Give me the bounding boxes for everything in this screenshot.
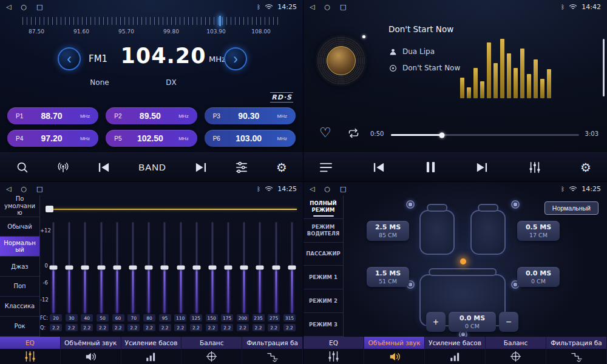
tab-bass-label[interactable]: Усиление басов <box>425 337 486 349</box>
eq-preset-item[interactable]: Поп <box>0 277 39 297</box>
progress-knob[interactable] <box>439 132 444 138</box>
settings-gear-icon[interactable]: ⚙ <box>580 161 591 174</box>
favorite-heart-icon[interactable]: ♡ <box>319 125 331 141</box>
eq-band-slider[interactable] <box>193 222 200 313</box>
tab-eq-label[interactable]: EQ <box>304 337 364 349</box>
tab-eq-label[interactable]: EQ <box>0 337 61 349</box>
delay-rear-right[interactable]: 0.0 MS 0 CM <box>517 267 560 287</box>
seat-front-right[interactable] <box>470 210 506 255</box>
tab-surround-label[interactable]: Объёмный звук <box>61 337 121 349</box>
tab-surround-sound[interactable]: Объёмный звук <box>364 337 425 364</box>
pause-icon[interactable] <box>426 161 436 173</box>
tab-filter[interactable]: Фильтрация ба <box>546 337 607 364</box>
preset-p5[interactable]: P5 102.50 MHz <box>106 130 197 147</box>
tab-bass-label[interactable]: Усиление басов <box>121 337 182 349</box>
settings-gear-icon[interactable]: ⚙ <box>276 161 287 174</box>
tab-surround-label[interactable]: Объёмный звук <box>364 337 425 349</box>
eq-band-slider[interactable] <box>209 222 216 313</box>
tune-down-button[interactable]: ‹ <box>58 47 81 70</box>
eq-band-slider[interactable] <box>66 222 73 313</box>
tab-balance[interactable]: Баланс <box>181 337 242 364</box>
back-icon[interactable]: ◁ <box>310 185 314 193</box>
tab-surround-sound[interactable]: Объёмный звук <box>61 337 121 364</box>
eq-preset-item[interactable]: Рок <box>0 317 39 337</box>
preset-p6[interactable]: P6 103.00 MHz <box>205 130 296 147</box>
eq-preset-item[interactable]: По умолчанию <box>0 195 39 217</box>
preset-p4[interactable]: P4 97.20 MHz <box>7 130 98 147</box>
surround-mode-item[interactable]: РЕЖИМ 1 <box>304 266 343 289</box>
wifi-icon <box>569 4 577 10</box>
preset-p2[interactable]: P2 89.50 MHz <box>106 107 197 124</box>
tab-balance[interactable]: Баланс <box>486 337 546 364</box>
eq-band-slider[interactable] <box>288 222 296 313</box>
band-button[interactable]: BAND <box>138 162 166 172</box>
eq-band-slider[interactable] <box>225 222 232 313</box>
preset-p1[interactable]: P1 88.70 MHz <box>7 107 98 124</box>
next-icon[interactable] <box>194 162 208 173</box>
preset-p3[interactable]: P3 90.30 MHz <box>205 107 296 124</box>
preamp-handle[interactable] <box>46 206 53 212</box>
delay-plus-button[interactable]: + <box>426 312 446 332</box>
sound-preset-button[interactable]: Нормальный <box>544 201 599 215</box>
tab-filter-label[interactable]: Фильтрация ба <box>546 337 607 349</box>
band-value: 275 <box>268 314 280 322</box>
eq-preset-item[interactable]: Нормальный <box>0 237 39 257</box>
back-icon[interactable]: ◁ <box>6 3 11 11</box>
tab-balance-label[interactable]: Баланс <box>486 337 546 349</box>
delay-front-right[interactable]: 0.5 MS 17 CM <box>517 221 560 241</box>
delay-rear-left[interactable]: 1.5 MS 51 CM <box>367 267 409 287</box>
progress-bar[interactable] <box>391 134 579 136</box>
tab-eq[interactable]: EQ <box>304 337 364 364</box>
eq-band-slider[interactable] <box>273 222 280 313</box>
recents-icon[interactable]: □ <box>340 185 346 193</box>
tab-balance-label[interactable]: Баланс <box>181 337 242 349</box>
home-icon[interactable]: ○ <box>324 185 330 193</box>
recents-icon[interactable]: □ <box>36 185 42 193</box>
delay-minus-button[interactable]: − <box>499 312 518 332</box>
broadcast-icon[interactable] <box>56 161 70 174</box>
tab-filter[interactable]: Фильтрация ба <box>242 337 303 364</box>
back-icon[interactable]: ◁ <box>310 3 314 11</box>
eq-preset-item[interactable]: Классика <box>0 297 39 317</box>
home-icon[interactable]: ○ <box>21 3 27 11</box>
eq-band-slider[interactable] <box>161 222 168 313</box>
eq-band-slider[interactable] <box>81 222 89 313</box>
recents-icon[interactable]: □ <box>340 3 346 11</box>
preamp-slider[interactable] <box>47 209 297 210</box>
eq-band-slider[interactable] <box>114 222 121 313</box>
tab-bass-boost[interactable]: Усиление басов <box>425 337 486 364</box>
tune-up-button[interactable]: › <box>224 47 247 70</box>
frequency-ruler[interactable]: 87.50 91.60 95.70 99.80 103.90 108.00 <box>9 16 294 39</box>
seat-front-left[interactable] <box>419 210 455 255</box>
tab-filter-label[interactable]: Фильтрация ба <box>242 337 303 349</box>
eq-preset-item[interactable]: Обычай <box>0 217 39 237</box>
search-icon[interactable] <box>16 161 29 174</box>
mixer-icon[interactable] <box>235 161 248 174</box>
previous-icon[interactable] <box>97 162 110 173</box>
recents-icon[interactable]: □ <box>36 3 42 11</box>
tab-bass-boost[interactable]: Усиление басов <box>121 337 182 364</box>
previous-track-icon[interactable] <box>372 162 385 173</box>
home-icon[interactable]: ○ <box>21 185 27 193</box>
eq-band-slider[interactable] <box>98 222 105 313</box>
back-icon[interactable]: ◁ <box>6 185 11 193</box>
home-icon[interactable]: ○ <box>324 3 330 11</box>
eq-band-slider[interactable] <box>145 222 152 313</box>
surround-mode-item[interactable]: ПОЛНЫЙ РЕЖИМ <box>304 195 343 219</box>
eq-band-slider[interactable] <box>50 222 57 313</box>
eq-band-slider[interactable] <box>177 222 185 313</box>
delay-front-left[interactable]: 2.5 MS 85 CM <box>367 221 409 241</box>
repeat-icon[interactable] <box>347 128 360 138</box>
surround-mode-item[interactable]: ПАССАЖИР <box>304 243 343 266</box>
surround-mode-item[interactable]: РЕЖИМ ВОДИТЕЛЯ <box>304 219 343 243</box>
eq-band-slider[interactable] <box>240 222 248 313</box>
eq-sliders-icon[interactable] <box>529 161 541 174</box>
eq-band-slider[interactable] <box>256 222 263 313</box>
next-track-icon[interactable] <box>475 162 489 173</box>
tab-eq[interactable]: EQ <box>0 337 61 364</box>
surround-mode-item[interactable]: РЕЖИМ 2 <box>304 289 343 313</box>
eq-preset-item[interactable]: Джаз <box>0 257 39 277</box>
surround-mode-item[interactable]: РЕЖИМ 3 <box>304 313 343 337</box>
eq-band-slider[interactable] <box>129 222 137 313</box>
playlist-icon[interactable] <box>319 162 333 173</box>
